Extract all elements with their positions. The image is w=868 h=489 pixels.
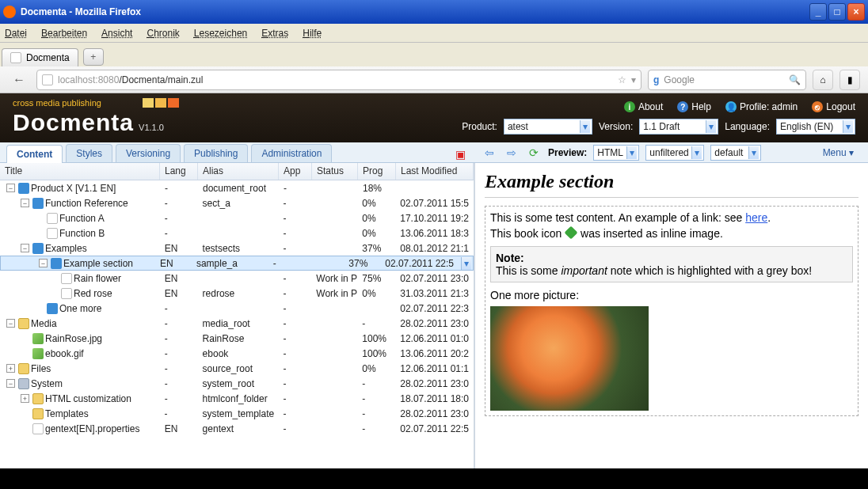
menu-ansicht[interactable]: Ansicht (101, 28, 132, 39)
tree-row[interactable]: Function B--0%13.06.2011 18:3 (0, 226, 474, 241)
url-field[interactable]: localhost:8080/Docmenta/main.zul ☆▾ (36, 70, 641, 90)
home-button[interactable]: ⌂ (813, 70, 833, 90)
logout-link[interactable]: ⎋Logout (812, 101, 855, 112)
row-title: ebook.gif (45, 348, 84, 359)
tree-row[interactable]: + HTML customization-htmlconf_folder--18… (0, 391, 474, 406)
tree-toggle[interactable]: − (21, 244, 29, 252)
browser-navrow: ← localhost:8080/Docmenta/main.zul ☆▾ g … (0, 66, 868, 93)
preview-filter-select[interactable]: unfiltered (645, 145, 704, 161)
tree-row[interactable]: Rain flowerEN-Work in P75%02.07.2011 23:… (0, 271, 474, 286)
browser-search-field[interactable]: g Google 🔍 (648, 70, 806, 90)
tree-column-headers: Title Lang Alias App Status Prog Last Mo… (0, 163, 474, 180)
tree-row[interactable]: − Function Reference-sect_a-0%02.07.2011… (0, 195, 474, 210)
minimize-button[interactable]: _ (809, 3, 827, 21)
tree-row[interactable]: ebook.gif-ebook-100%13.06.2011 20:2 (0, 346, 474, 361)
app-header: cross media publishing Docmenta V1.1.0 i… (0, 93, 868, 142)
bookmarks-button[interactable]: ▮ (839, 70, 860, 90)
tree-row[interactable]: − Product X [V1.1 EN]-document_root-18% (0, 180, 474, 195)
col-title[interactable]: Title (0, 163, 160, 180)
col-app[interactable]: App (279, 163, 312, 180)
row-title: Templates (45, 408, 89, 419)
row-lang: - (160, 318, 198, 329)
col-last[interactable]: Last Modified (396, 163, 474, 180)
back-button[interactable]: ← (8, 70, 30, 90)
browser-tabrow: Docmenta + (0, 43, 868, 66)
row-app: - (278, 423, 311, 434)
row-title: HTML customization (45, 393, 131, 404)
tab-styles[interactable]: Styles (66, 144, 112, 162)
prev-refresh[interactable]: ⟳ (526, 145, 542, 161)
col-lang[interactable]: Lang (160, 163, 198, 180)
tree-row[interactable]: Templates-system_template--28.02.2011 23… (0, 406, 474, 421)
col-status[interactable]: Status (312, 163, 358, 180)
maximize-button[interactable]: □ (828, 3, 846, 21)
row-prog: 75% (357, 273, 395, 284)
menu-chronik[interactable]: Chronik (147, 28, 179, 39)
profile-link[interactable]: 👤Profile: admin (725, 101, 798, 112)
new-tab-button[interactable]: + (83, 48, 104, 66)
tree-row[interactable]: − ExamplesENtestsects-37%08.01.2012 21:1 (0, 241, 474, 256)
row-alias: system_template (198, 408, 279, 419)
preview-menu[interactable]: Menu ▾ (815, 146, 862, 160)
row-last: 31.03.2011 21:3 (395, 288, 474, 299)
tab-favicon (10, 52, 21, 63)
tab-administration[interactable]: Administration (251, 144, 332, 162)
tree-body[interactable]: − Product X [V1.1 EN]-document_root-18%−… (0, 180, 474, 436)
tree-toggle[interactable]: + (21, 394, 29, 403)
preview-theme-select[interactable]: default (710, 145, 761, 161)
tab-publishing[interactable]: Publishing (184, 144, 248, 162)
tree-toggle[interactable]: − (6, 184, 15, 192)
tree-row[interactable]: − Media-media_root--28.02.2011 23:0 (0, 316, 474, 331)
star-icon[interactable]: ☆ (618, 74, 626, 85)
row-last: 28.02.2011 23:0 (395, 318, 474, 329)
row-title: RainRose.jpg (45, 333, 102, 344)
dropdown-icon[interactable]: ▾ (631, 74, 636, 85)
tree-row[interactable]: − Example sectionENsample_a-37%02.07.201… (0, 256, 474, 271)
tree-toggle[interactable]: − (39, 259, 48, 267)
close-button[interactable]: × (847, 3, 865, 21)
tree-toggle[interactable]: − (6, 379, 15, 388)
tree-row[interactable]: − System-system_root--28.02.2011 23:0 (0, 376, 474, 391)
gear-icon (18, 378, 29, 389)
help-link[interactable]: ?Help (677, 101, 711, 112)
version-select[interactable]: 1.1 Draft (639, 119, 718, 135)
tree-row[interactable]: Red roseENredrose-Work in P0%31.03.2011 … (0, 286, 474, 301)
tree-row[interactable]: RainRose.jpg-RainRose-100%12.06.2011 01:… (0, 331, 474, 346)
tree-row[interactable]: + Files-source_root-0%12.06.2011 01:1 (0, 361, 474, 376)
row-lang: - (160, 213, 198, 224)
tab-versioning[interactable]: Versioning (116, 144, 181, 162)
tab-content[interactable]: Content (6, 145, 63, 163)
preview-panel: Example section This is some test conten… (475, 163, 868, 468)
row-alias: source_root (198, 363, 279, 374)
search-icon[interactable]: 🔍 (789, 74, 801, 85)
tree-toggle[interactable]: − (21, 199, 29, 207)
row-lang: EN (160, 288, 198, 299)
row-prog: 37% (344, 258, 380, 269)
menu-extras[interactable]: Extras (261, 28, 288, 39)
menu-hilfe[interactable]: Hilfe (303, 28, 322, 39)
prev-nav-forward[interactable]: ⇨ (504, 145, 520, 161)
tree-row[interactable]: Function A--0%17.10.2011 19:2 (0, 210, 474, 226)
tree-toggle[interactable]: − (6, 319, 15, 328)
language-select[interactable]: English (EN) (776, 119, 855, 135)
tree-row[interactable]: gentext[EN].propertiesENgentext--02.07.2… (0, 421, 474, 436)
preview-format-select[interactable]: HTML (593, 145, 639, 161)
about-link[interactable]: iAbout (624, 101, 663, 112)
tree-toggle[interactable]: + (6, 364, 15, 373)
browser-tab[interactable]: Docmenta (2, 48, 78, 66)
menu-datei[interactable]: Datei (5, 28, 27, 39)
page-icon (47, 213, 58, 224)
preview-link-here[interactable]: here (745, 211, 767, 224)
col-prog[interactable]: Prog (358, 163, 396, 180)
menu-bearbeiten[interactable]: Bearbeiten (41, 28, 87, 39)
row-prog: 0% (357, 198, 395, 209)
product-select[interactable]: atest (504, 119, 592, 135)
col-alias[interactable]: Alias (198, 163, 279, 180)
pdf-icon[interactable]: ▣ (455, 148, 466, 161)
page-icon (61, 288, 72, 299)
prev-nav-back[interactable]: ⇦ (482, 145, 497, 161)
menu-lesezeichen[interactable]: Lesezeichen (194, 28, 247, 39)
row-prog: 0% (357, 288, 395, 299)
preview-line2: This book icon was inserted as inline im… (490, 227, 853, 240)
tree-row[interactable]: One more--02.07.2011 22:3 (0, 301, 474, 316)
